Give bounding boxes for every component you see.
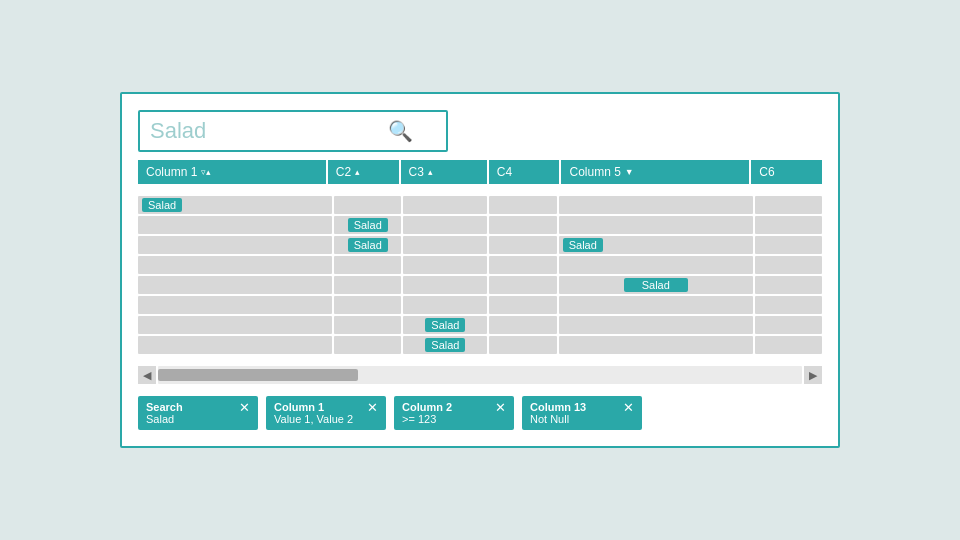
table-header: Column 1 ▿▴ C2 ▴ C3 ▴ C4 Column 5 ▼ C6 bbox=[138, 160, 822, 184]
column-header-1[interactable]: Column 1 ▿▴ bbox=[138, 160, 326, 184]
column-header-5[interactable]: Column 5 ▼ bbox=[561, 160, 749, 184]
chip-column2: Column 2 >= 123 ✕ bbox=[394, 396, 514, 430]
sort-icon-3[interactable]: ▴ bbox=[428, 167, 433, 177]
filter-icon-1[interactable]: ▿▴ bbox=[201, 167, 211, 177]
cell-r8-c5 bbox=[559, 336, 753, 354]
table-row: Salad bbox=[138, 316, 822, 334]
table-row: Salad bbox=[138, 216, 822, 234]
cell-r7-c5 bbox=[559, 316, 753, 334]
column-header-2[interactable]: C2 ▴ bbox=[328, 160, 399, 184]
cell-r4-c1 bbox=[138, 256, 332, 274]
cell-r4-c3 bbox=[403, 256, 487, 274]
chip-column1-title: Column 1 bbox=[274, 401, 359, 413]
highlight: Salad bbox=[425, 338, 465, 352]
chip-search-title: Search bbox=[146, 401, 231, 413]
chip-column13-title: Column 13 bbox=[530, 401, 615, 413]
chip-column2-value: >= 123 bbox=[402, 413, 487, 425]
chip-search: Search Salad ✕ bbox=[138, 396, 258, 430]
chip-search-close[interactable]: ✕ bbox=[239, 401, 250, 414]
column-header-6[interactable]: C6 bbox=[751, 160, 822, 184]
cell-r5-c2 bbox=[334, 276, 401, 294]
chip-column13-value: Not Null bbox=[530, 413, 615, 425]
cell-r1-c4 bbox=[489, 196, 556, 214]
column-header-3[interactable]: C3 ▴ bbox=[401, 160, 487, 184]
cell-r2-c4 bbox=[489, 216, 556, 234]
cell-r6-c6 bbox=[755, 296, 822, 314]
scroll-left-button[interactable]: ◀ bbox=[138, 366, 156, 384]
cell-r1-c5 bbox=[559, 196, 753, 214]
sort-icon-2[interactable]: ▴ bbox=[355, 167, 360, 177]
highlight: Salad bbox=[348, 218, 388, 232]
table-body: Salad Salad Salad bbox=[138, 196, 822, 354]
highlight: Salad bbox=[348, 238, 388, 252]
chip-column2-content: Column 2 >= 123 bbox=[402, 401, 487, 425]
scrollbar: ◀ ▶ bbox=[138, 366, 822, 384]
sort-icon-5[interactable]: ▼ bbox=[625, 167, 634, 177]
cell-r1-c2 bbox=[334, 196, 401, 214]
cell-r8-c1 bbox=[138, 336, 332, 354]
cell-r3-c4 bbox=[489, 236, 556, 254]
cell-r8-c2 bbox=[334, 336, 401, 354]
table-row: Salad bbox=[138, 336, 822, 354]
cell-r7-c1 bbox=[138, 316, 332, 334]
cell-r5-c1 bbox=[138, 276, 332, 294]
cell-r5-c3 bbox=[403, 276, 487, 294]
chip-search-value: Salad bbox=[146, 413, 231, 425]
cell-r2-c6 bbox=[755, 216, 822, 234]
table-row: Salad Salad bbox=[138, 236, 822, 254]
cell-r4-c6 bbox=[755, 256, 822, 274]
cell-r3-c5: Salad bbox=[559, 236, 753, 254]
scroll-thumb[interactable] bbox=[158, 369, 358, 381]
cell-r6-c1 bbox=[138, 296, 332, 314]
cell-r5-c6 bbox=[755, 276, 822, 294]
cell-r7-c6 bbox=[755, 316, 822, 334]
search-icon[interactable]: 🔍 bbox=[388, 119, 413, 143]
chip-column2-close[interactable]: ✕ bbox=[495, 401, 506, 414]
chip-column1-close[interactable]: ✕ bbox=[367, 401, 378, 414]
cell-r6-c5 bbox=[559, 296, 753, 314]
chip-column13: Column 13 Not Null ✕ bbox=[522, 396, 642, 430]
chip-column13-close[interactable]: ✕ bbox=[623, 401, 634, 414]
cell-r4-c5 bbox=[559, 256, 753, 274]
cell-r7-c4 bbox=[489, 316, 556, 334]
column-header-4[interactable]: C4 bbox=[489, 160, 560, 184]
highlight: Salad bbox=[563, 238, 603, 252]
highlight: Salad bbox=[142, 198, 182, 212]
cell-r3-c2: Salad bbox=[334, 236, 401, 254]
main-panel: 🔍 Column 1 ▿▴ C2 ▴ C3 ▴ C4 Column 5 ▼ C6 bbox=[120, 92, 840, 448]
cell-r3-c1 bbox=[138, 236, 332, 254]
cell-r5-c4 bbox=[489, 276, 556, 294]
cell-r6-c2 bbox=[334, 296, 401, 314]
chip-search-content: Search Salad bbox=[146, 401, 231, 425]
cell-r2-c3 bbox=[403, 216, 487, 234]
highlight: Salad bbox=[624, 278, 688, 292]
chip-column1: Column 1 Value 1, Value 2 ✕ bbox=[266, 396, 386, 430]
cell-r3-c6 bbox=[755, 236, 822, 254]
filter-chips: Search Salad ✕ Column 1 Value 1, Value 2… bbox=[138, 396, 822, 430]
chip-column13-content: Column 13 Not Null bbox=[530, 401, 615, 425]
chip-column1-content: Column 1 Value 1, Value 2 bbox=[274, 401, 359, 425]
chip-column1-value: Value 1, Value 2 bbox=[274, 413, 359, 425]
cell-r8-c3: Salad bbox=[403, 336, 487, 354]
table-row bbox=[138, 296, 822, 314]
cell-r3-c3 bbox=[403, 236, 487, 254]
cell-r6-c3 bbox=[403, 296, 487, 314]
cell-r4-c4 bbox=[489, 256, 556, 274]
highlight: Salad bbox=[425, 318, 465, 332]
cell-r1-c6 bbox=[755, 196, 822, 214]
table-row bbox=[138, 256, 822, 274]
scroll-right-button[interactable]: ▶ bbox=[804, 366, 822, 384]
cell-r4-c2 bbox=[334, 256, 401, 274]
table-row: Salad bbox=[138, 196, 822, 214]
table-row: Salad bbox=[138, 276, 822, 294]
cell-r8-c6 bbox=[755, 336, 822, 354]
chip-column2-title: Column 2 bbox=[402, 401, 487, 413]
cell-r2-c1 bbox=[138, 216, 332, 234]
cell-r7-c2 bbox=[334, 316, 401, 334]
cell-r5-c5: Salad bbox=[559, 276, 753, 294]
search-input[interactable] bbox=[150, 118, 380, 144]
cell-r6-c4 bbox=[489, 296, 556, 314]
search-bar[interactable]: 🔍 bbox=[138, 110, 448, 152]
cell-r1-c3 bbox=[403, 196, 487, 214]
scroll-track[interactable] bbox=[158, 366, 802, 384]
